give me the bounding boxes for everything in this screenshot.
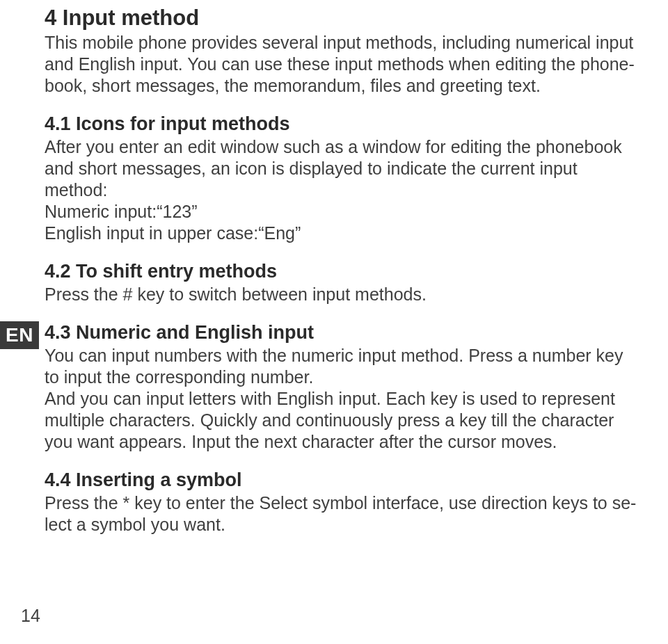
- sec42-body: Press the # key to switch between input …: [45, 284, 640, 305]
- sec41-english: English input in upper case:“Eng”: [45, 223, 640, 244]
- heading-4-1: 4.1 Icons for input methods: [45, 113, 640, 135]
- sec41-numeric: Numeric input:“123”: [45, 201, 640, 223]
- language-tab: EN: [0, 321, 39, 349]
- sec41-body: After you enter an edit window such as a…: [45, 136, 640, 201]
- intro-paragraph: This mobile phone provides several input…: [45, 32, 640, 97]
- heading-4-4: 4.4 Inserting a symbol: [45, 469, 640, 491]
- page-title: 4 Input method: [45, 6, 640, 31]
- page-number: 14: [21, 606, 40, 626]
- sec43-body2: And you can input letters with English i…: [45, 388, 640, 453]
- heading-4-3: 4.3 Numeric and English input: [45, 322, 640, 344]
- heading-4-2: 4.2 To shift entry methods: [45, 261, 640, 282]
- sec43-body1: You can input numbers with the numeric i…: [45, 345, 640, 388]
- sec44-body: Press the * key to enter the Select symb…: [45, 492, 640, 536]
